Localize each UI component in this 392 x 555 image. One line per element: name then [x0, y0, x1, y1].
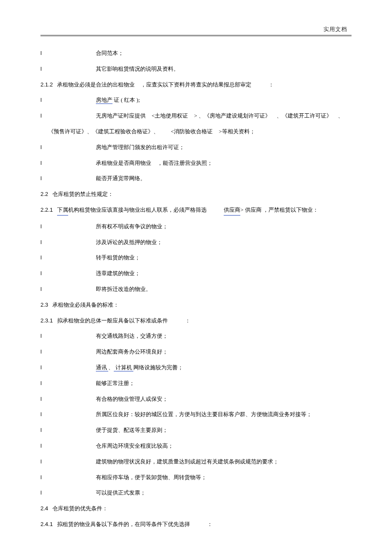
- text: 机构租赁物业应该直接与物业出租人联系，必须严格筛选: [68, 206, 207, 215]
- list-item: l 能够正常注册；: [40, 379, 352, 388]
- list-item: l 无房地产证时应提供 <土地使用权证 > 、《房地产建设规划许可证》 、《建筑…: [40, 112, 352, 121]
- text: ：: [268, 81, 274, 89]
- text: 违章建筑的物业；: [45, 269, 140, 278]
- bullet-icon: l: [40, 379, 45, 388]
- list-item: l 承租物业是否商用物业 ，能否注册营业执照；: [40, 159, 352, 168]
- text: 通讯 、 计算机 网络设施较为完善；: [45, 363, 183, 372]
- list-item: l 所属区位良好：较好的城区位置，方便与到达主要目标客户群、方便物流商业务对接等…: [40, 410, 352, 419]
- text: 网络设施较为完善；: [133, 364, 183, 371]
- bullet-icon: l: [40, 159, 45, 168]
- section-number: 2.4: [40, 504, 48, 513]
- text: ：: [185, 316, 190, 325]
- text: 有相应停车场，便于装卸货物、周转货物等；: [45, 473, 207, 482]
- bullet-icon: l: [40, 222, 45, 231]
- list-item-cont: 《预售许可证》、《建筑工程验收合格证》、 <消防验收合格证 >等相关资料；: [40, 127, 352, 136]
- text: ：: [207, 520, 213, 529]
- section-number: 2.4.1: [40, 520, 53, 529]
- list-item: l 房地产 证 ( 红本 );: [40, 96, 352, 105]
- bullet-icon: l: [40, 363, 45, 372]
- list-item: l 周边配套商务办公环境良好；: [40, 348, 352, 357]
- bullet-icon: l: [40, 96, 45, 105]
- bullet-icon: l: [40, 410, 45, 419]
- bullet-icon: l: [40, 253, 45, 262]
- text: 无房地产证时应提供: [45, 112, 146, 121]
- text: 《预售许可证》、《建筑工程验收合格证》、: [48, 127, 159, 136]
- section-number: 2.3: [40, 301, 48, 310]
- text: 转手租赁的物业；: [45, 253, 140, 262]
- list-item: l 其它影响租赁情况的说明及资料。: [40, 65, 352, 74]
- text: 承租物业是否商用物业: [45, 159, 151, 168]
- list-item: l 违章建筑的物业；: [40, 269, 352, 278]
- link-text[interactable]: 房地产: [96, 97, 112, 104]
- section-number: 2.1.2: [40, 81, 53, 89]
- list-item: l 仓库周边环境安全程度比较高；: [40, 442, 352, 451]
- text: 承租物业必须是合法的出租物业: [57, 81, 135, 89]
- section-2-2: 2.2 仓库租赁的禁止性规定：: [40, 190, 352, 199]
- list-item: l 所有权不明或有争议的物业；: [40, 222, 352, 231]
- list-item: l 通讯 、 计算机 网络设施较为完善；: [40, 363, 352, 372]
- text: 仓库租赁的禁止性规定：: [52, 190, 113, 199]
- list-item: l 房地产管理部门颁发的出租许可证；: [40, 143, 352, 152]
- bullet-icon: l: [40, 348, 45, 357]
- text: > 供应商 ，严禁租赁以下物业：: [240, 206, 318, 215]
- list-item: l 可以提供正式发票；: [40, 489, 352, 497]
- text: 所有权不明或有争议的物业；: [45, 222, 168, 231]
- bullet-icon: l: [40, 285, 45, 294]
- link-text[interactable]: 下属: [57, 206, 68, 216]
- text: 周边配套商务办公环境良好；: [45, 348, 168, 357]
- section-number: 2.3.1: [40, 316, 53, 325]
- text: 可以提供正式发票；: [45, 489, 146, 497]
- text: 、《建筑开工许可证》: [277, 112, 332, 121]
- text: 涉及诉讼的及抵押的物业；: [45, 238, 162, 247]
- text: 房地产 证 ( 红本 );: [45, 96, 140, 105]
- bullet-icon: l: [40, 238, 45, 247]
- list-item: l 有相应停车场，便于装卸货物、周转货物等；: [40, 473, 352, 482]
- bullet-icon: l: [40, 65, 45, 74]
- link-text[interactable]: 通讯: [96, 364, 108, 371]
- text: 即将拆迁改造的物业。: [45, 285, 151, 294]
- text: 能否开通宽带网络。: [45, 174, 146, 183]
- text: 拟租赁的物业具备以下条件的，在同等条件下优先选择: [57, 520, 190, 529]
- text: 合同范本；: [45, 49, 124, 58]
- list-item: l 建筑物的物理状况良好，建筑质量达到或超过有关建筑条例或规范的要求；: [40, 457, 352, 466]
- header-label: 实用文档: [40, 26, 352, 33]
- bullet-icon: l: [40, 442, 45, 451]
- section-2-4: 2.4 仓库租赁的优先条件：: [40, 504, 352, 513]
- link-text[interactable]: 供应商: [224, 206, 240, 216]
- text: 便于提货、配送等主要原则；: [45, 426, 168, 435]
- text: >等相关资料；: [219, 127, 255, 136]
- list-item: l 便于提货、配送等主要原则；: [40, 426, 352, 435]
- body: l 合同范本； l 其它影响租赁情况的说明及资料。 2.1.2 承租物业必须是合…: [40, 49, 352, 529]
- bullet-icon: l: [40, 395, 45, 404]
- text: 证 ( 红本 );: [112, 97, 140, 103]
- bullet-icon: l: [40, 269, 45, 278]
- bullet-icon: l: [40, 174, 45, 183]
- text: <土地使用权证: [152, 112, 188, 121]
- text: 建筑物的物理状况良好，建筑质量达到或超过有关建筑条例或规范的要求；: [45, 457, 279, 466]
- section-number: 2.2: [40, 190, 48, 199]
- list-item: l 有合格的物业管理人或保安；: [40, 395, 352, 404]
- text: 有交通线路到达，交通方便；: [45, 332, 168, 341]
- text: 房地产管理部门颁发的出租许可证；: [45, 143, 184, 152]
- link-text[interactable]: 计算机: [114, 364, 133, 371]
- text: 仓库租赁的优先条件：: [52, 504, 108, 513]
- bullet-icon: l: [40, 426, 45, 435]
- page: 实用文档 l 合同范本； l 其它影响租赁情况的说明及资料。 2.1.2 承租物…: [0, 0, 392, 555]
- text: 其它影响租赁情况的说明及资料。: [45, 65, 179, 74]
- text: 所属区位良好：较好的城区位置，方便与到达主要目标客户群、方便物流商业务对接等；: [45, 410, 312, 419]
- bullet-icon: l: [40, 143, 45, 152]
- section-2-4-1: 2.4.1 拟租赁的物业具备以下条件的，在同等条件下优先选择 ：: [40, 520, 352, 529]
- bullet-icon: l: [40, 49, 45, 58]
- list-item: l 涉及诉讼的及抵押的物业；: [40, 238, 352, 247]
- text: 有合格的物业管理人或保安；: [45, 395, 168, 404]
- bullet-icon: l: [40, 112, 45, 121]
- section-2-1-2: 2.1.2 承租物业必须是合法的出租物业 ，应查实以下资料并将查实的结果报总部审…: [40, 81, 352, 89]
- bullet-icon: l: [40, 332, 45, 341]
- text: ，应查实以下资料并将查实的结果报总部审定: [141, 81, 251, 89]
- list-item: l 即将拆迁改造的物业。: [40, 285, 352, 294]
- list-item: l 转手租赁的物业；: [40, 253, 352, 262]
- text: 、: [338, 112, 343, 121]
- bullet-icon: l: [40, 473, 45, 482]
- list-item: l 有交通线路到达，交通方便；: [40, 332, 352, 341]
- bullet-icon: l: [40, 457, 45, 466]
